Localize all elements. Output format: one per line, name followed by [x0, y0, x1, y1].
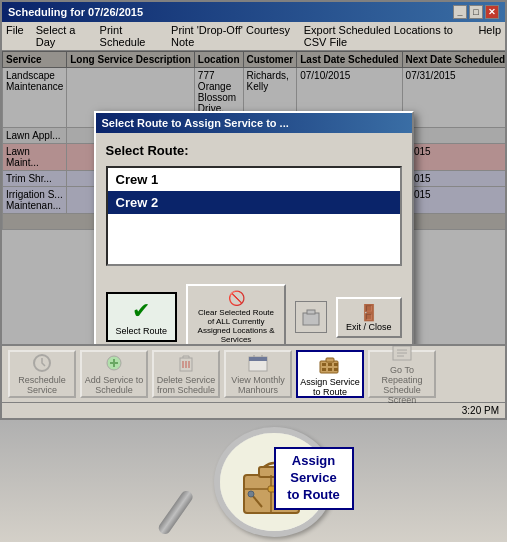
svg-rect-14 — [322, 363, 326, 366]
route-list[interactable]: Crew 1 Crew 2 — [106, 166, 402, 266]
toolbar: Reschedule Service Add Service to Schedu… — [2, 344, 505, 402]
view-monthly-button[interactable]: View Monthly Manhours — [224, 350, 292, 398]
assign-service-button[interactable]: Assign Service to Route — [296, 350, 364, 398]
modal-body: Select Route: Crew 1 Crew 2 — [96, 133, 412, 276]
svg-rect-1 — [307, 310, 315, 314]
placeholder-icon — [295, 301, 327, 333]
exit-close-button[interactable]: 🚪 Exit / Close — [336, 297, 402, 338]
add-service-label: Add Service to Schedule — [84, 375, 144, 395]
title-bar-buttons: _ □ ✕ — [453, 5, 499, 19]
menu-print-dropoff[interactable]: Print 'Drop-Off' Courtesy Note — [171, 24, 292, 48]
reschedule-service-button[interactable]: Reschedule Service — [8, 350, 76, 398]
reschedule-label: Reschedule Service — [12, 375, 72, 395]
menu-help[interactable]: Help — [478, 24, 501, 48]
exit-icon: 🚪 — [359, 303, 379, 322]
magnifier-section: Assign Service to Route — [0, 420, 507, 542]
menu-file[interactable]: File — [6, 24, 24, 48]
menu-export-csv[interactable]: Export Scheduled Locations to CSV File — [304, 24, 467, 48]
clear-routes-button[interactable]: 🚫 Clear Selected Route of ALL Currently … — [186, 284, 286, 344]
modal-footer: ✔ Select Route 🚫 Clear Selected Route of… — [96, 276, 412, 344]
menu-select-day[interactable]: Select a Day — [36, 24, 88, 48]
menu-print-schedule[interactable]: Print Schedule — [100, 24, 159, 48]
menu-bar: File Select a Day Print Schedule Print '… — [2, 22, 505, 51]
assign-icon — [316, 351, 344, 375]
clear-routes-label: Clear Selected Route of ALL Currently As… — [196, 308, 276, 344]
svg-rect-17 — [322, 368, 326, 371]
svg-rect-19 — [334, 368, 338, 371]
goto-repeating-button[interactable]: Go To Repeating Schedule Screen — [368, 350, 436, 398]
modal-overlay: Select Route to Assign Service to ... Se… — [2, 51, 505, 344]
status-time: 3:20 PM — [462, 405, 499, 416]
magnifier-handle — [156, 489, 195, 537]
main-window: Scheduling for 07/26/2015 _ □ ✕ File Sel… — [0, 0, 507, 420]
assign-service-label: Assign Service to Route — [300, 377, 360, 397]
maximize-button[interactable]: □ — [469, 5, 483, 19]
select-route-label: Select Route — [116, 326, 168, 336]
route-item-crew1[interactable]: Crew 1 — [108, 168, 400, 191]
select-route-button[interactable]: ✔ Select Route — [106, 292, 178, 342]
assign-service-magnifier-label: Assign Service to Route — [274, 447, 354, 510]
checkmark-icon: ✔ — [132, 298, 150, 324]
svg-rect-0 — [303, 313, 319, 325]
title-bar: Scheduling for 07/26/2015 _ □ ✕ — [2, 2, 505, 22]
route-item-crew2[interactable]: Crew 2 — [108, 191, 400, 214]
table-area: Service Long Service Description Locatio… — [2, 51, 505, 344]
svg-rect-12 — [320, 361, 338, 373]
svg-rect-15 — [328, 363, 332, 366]
delete-service-button[interactable]: Delete Service from Schedule — [152, 350, 220, 398]
reschedule-icon — [28, 353, 56, 373]
close-button[interactable]: ✕ — [485, 5, 499, 19]
delete-service-label: Delete Service from Schedule — [156, 375, 216, 395]
calendar-icon — [244, 353, 272, 373]
svg-rect-18 — [328, 368, 332, 371]
modal-label: Select Route: — [106, 143, 402, 158]
svg-point-30 — [248, 491, 254, 497]
modal-dialog: Select Route to Assign Service to ... Se… — [94, 111, 414, 344]
window-title: Scheduling for 07/26/2015 — [8, 6, 143, 18]
modal-title-bar: Select Route to Assign Service to ... — [96, 113, 412, 133]
modal-title: Select Route to Assign Service to ... — [102, 117, 289, 129]
delete-icon — [172, 353, 200, 373]
svg-rect-13 — [326, 358, 334, 362]
magnifier: Assign Service to Route — [154, 427, 354, 542]
clear-icon: 🚫 — [228, 290, 245, 306]
repeating-icon — [388, 343, 416, 363]
exit-close-label: Exit / Close — [346, 322, 392, 332]
view-monthly-label: View Monthly Manhours — [228, 375, 288, 395]
svg-rect-16 — [334, 363, 338, 366]
minimize-button[interactable]: _ — [453, 5, 467, 19]
add-service-button[interactable]: Add Service to Schedule — [80, 350, 148, 398]
add-icon — [100, 353, 128, 373]
goto-repeating-label: Go To Repeating Schedule Screen — [372, 365, 432, 405]
svg-rect-9 — [249, 357, 267, 361]
